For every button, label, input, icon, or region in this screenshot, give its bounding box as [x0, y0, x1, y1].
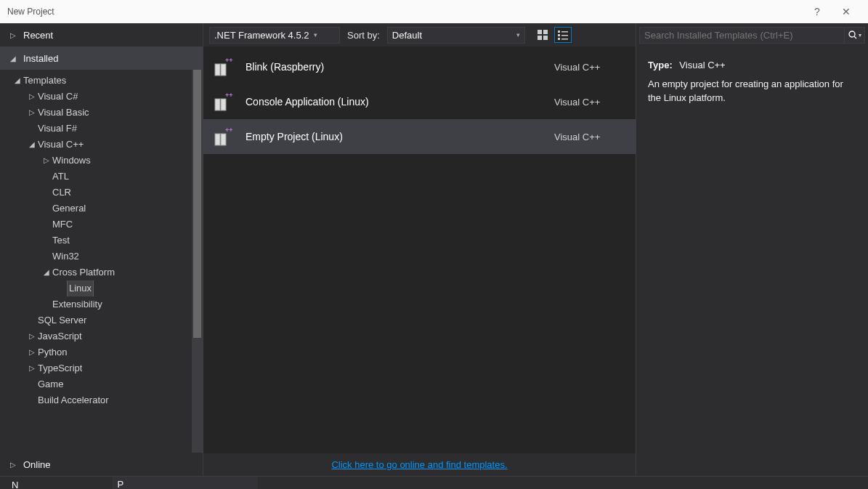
tree-item[interactable]: ◢Visual C++: [0, 137, 192, 153]
online-templates-link[interactable]: Click here to go online and find templat…: [331, 459, 507, 470]
list-icon: [558, 30, 568, 40]
svg-rect-15: [221, 99, 226, 110]
svg-rect-2: [538, 36, 542, 40]
name-label: N: [12, 480, 18, 490]
tree-item[interactable]: Build Accelerator: [0, 392, 192, 408]
tree-item-label: MFC: [52, 217, 73, 233]
svg-line-20: [854, 36, 856, 39]
framework-combo-label: .NET Framework 4.5.2: [214, 30, 309, 41]
tree-item[interactable]: Linux: [0, 280, 192, 296]
tree-item-label: Build Accelerator: [38, 392, 109, 408]
tree-item-label: Visual C#: [38, 89, 78, 105]
svg-rect-7: [561, 35, 568, 36]
svg-rect-17: [215, 134, 220, 145]
tree-item[interactable]: CLR: [0, 185, 192, 201]
sidebar-tree-wrap: ◢Templates▷Visual C#▷Visual BasicVisual …: [0, 70, 203, 453]
tree-item[interactable]: Test: [0, 233, 192, 248]
tree-item-label: TypeScript: [38, 360, 82, 376]
close-button[interactable]: ✕: [832, 6, 861, 17]
tree-item[interactable]: Visual F#: [0, 121, 192, 137]
view-small-icons-button[interactable]: [554, 27, 572, 43]
chevron-right-icon: ▷: [28, 105, 36, 121]
template-name: Empty Project (Linux): [246, 131, 544, 142]
tree-item[interactable]: MFC: [0, 217, 192, 233]
sort-by-label: Sort by:: [344, 30, 383, 41]
chevron-right-icon: ▷: [28, 89, 36, 105]
tree-item-label: CLR: [52, 185, 71, 201]
chevron-down-icon: ▾: [516, 31, 520, 39]
scrollbar-thumb[interactable]: [193, 70, 201, 338]
details-panel: ▾ Type: Visual C++ An empty project for …: [636, 23, 868, 476]
tree-item-label: Windows: [52, 153, 91, 169]
sidebar-section-online[interactable]: ▷ Online: [0, 453, 203, 476]
chevron-right-icon: ▷: [9, 31, 17, 39]
sort-combo-label: Default: [392, 30, 512, 41]
svg-rect-5: [561, 31, 568, 33]
tree-item[interactable]: Extensibility: [0, 296, 192, 312]
svg-rect-8: [558, 38, 560, 40]
tree-item-label: Game: [38, 376, 63, 392]
search-button[interactable]: ▾: [845, 27, 865, 44]
template-list: ++ Blink (Raspberry)Visual C++ ++ Consol…: [203, 47, 636, 453]
tree-item[interactable]: ▷Python: [0, 344, 192, 360]
svg-rect-6: [558, 34, 560, 36]
tree-item[interactable]: ▷Windows: [0, 153, 192, 169]
template-name: Console Application (Linux): [246, 96, 544, 108]
tree-item-label: SQL Server: [38, 312, 86, 328]
tree-item-label: Extensibility: [52, 296, 102, 312]
bottom-bar: N P: [0, 476, 868, 489]
svg-text:++: ++: [225, 92, 233, 99]
svg-point-19: [849, 31, 855, 37]
sidebar-section-label: Online: [23, 459, 51, 470]
tree-item[interactable]: General: [0, 201, 192, 217]
template-language: Visual C++: [554, 132, 627, 142]
template-row[interactable]: ++ Empty Project (Linux)Visual C++: [203, 119, 636, 154]
center-panel: .NET Framework 4.5.2 ▾ Sort by: Default …: [203, 23, 636, 476]
search-input[interactable]: [639, 27, 845, 44]
sidebar-section-recent[interactable]: ▷ Recent: [0, 23, 203, 47]
sort-combo[interactable]: Default ▾: [387, 27, 525, 44]
framework-combo[interactable]: .NET Framework 4.5.2 ▾: [209, 27, 340, 44]
tree-item[interactable]: SQL Server: [0, 312, 192, 328]
tree-item[interactable]: ▷Visual Basic: [0, 105, 192, 121]
sidebar-section-installed[interactable]: ◢ Installed: [0, 47, 203, 70]
svg-rect-14: [215, 99, 220, 110]
template-row[interactable]: ++ Blink (Raspberry)Visual C++: [203, 49, 636, 84]
chevron-down-icon: ◢: [42, 264, 51, 280]
tree-item[interactable]: Game: [0, 376, 192, 392]
tree-item-label: ATL: [52, 169, 69, 185]
tree-item-label: General: [52, 201, 86, 217]
title-bar: New Project ? ✕: [0, 0, 868, 23]
svg-rect-18: [221, 134, 226, 145]
name-input[interactable]: P: [113, 477, 258, 489]
chevron-right-icon: ▷: [42, 153, 51, 169]
help-button[interactable]: ?: [803, 6, 832, 17]
view-medium-icons-button[interactable]: [534, 27, 551, 43]
chevron-right-icon: ▷: [28, 344, 36, 360]
svg-text:++: ++: [225, 126, 233, 134]
template-row[interactable]: ++ Console Application (Linux)Visual C++: [203, 84, 636, 119]
svg-rect-12: [221, 64, 226, 76]
svg-rect-11: [215, 64, 220, 76]
tree-item[interactable]: ▷JavaScript: [0, 328, 192, 344]
template-name: Blink (Raspberry): [246, 61, 544, 73]
tree-item[interactable]: ▷TypeScript: [0, 360, 192, 376]
svg-rect-4: [558, 31, 560, 33]
svg-rect-9: [561, 39, 568, 40]
sidebar: ▷ Recent ◢ Installed ◢Templates▷Visual C…: [0, 23, 203, 476]
tree-item-label: Visual F#: [38, 121, 77, 137]
tree-item[interactable]: ATL: [0, 169, 192, 185]
chevron-right-icon: ▷: [28, 328, 36, 344]
type-label: Type:: [648, 60, 673, 70]
svg-rect-3: [543, 36, 548, 40]
tree-item-label: Templates: [23, 73, 66, 89]
view-toggle: [534, 27, 572, 43]
tree-item-label: Linux: [67, 280, 94, 296]
chevron-down-icon: ◢: [13, 73, 22, 89]
tree-item[interactable]: ▷Visual C#: [0, 89, 192, 105]
detail-body: Type: Visual C++ An empty project for cr…: [636, 47, 868, 117]
tree-item[interactable]: ◢Templates: [0, 73, 192, 89]
tree-item[interactable]: Win32: [0, 248, 192, 264]
sidebar-scrollbar[interactable]: [192, 70, 203, 453]
tree-item[interactable]: ◢Cross Platform: [0, 264, 192, 280]
